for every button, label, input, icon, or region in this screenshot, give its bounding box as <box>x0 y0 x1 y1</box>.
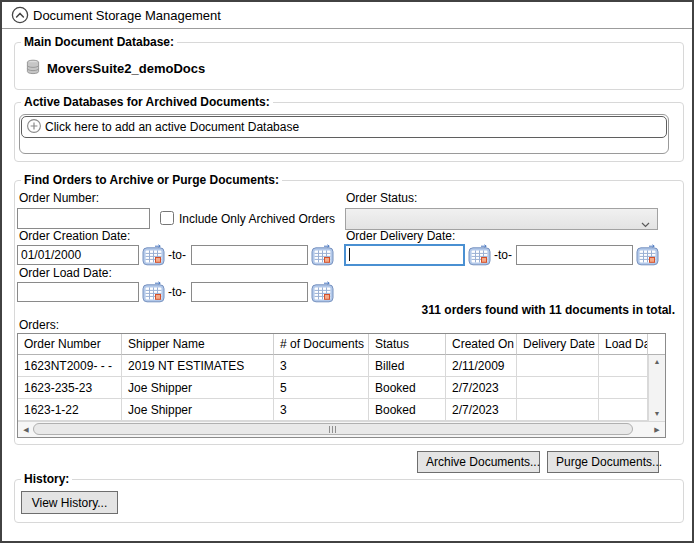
horizontal-scrollbar[interactable]: ◀ ▶ <box>18 421 665 437</box>
delivery-date-to-input[interactable] <box>516 245 633 265</box>
delivery-from-calendar-button[interactable] <box>468 244 491 266</box>
purge-documents-button[interactable]: Purge Documents... <box>547 451 659 473</box>
results-summary: 311 orders found with 11 documents in to… <box>422 303 675 317</box>
cell-num-documents: 3 <box>274 355 369 377</box>
include-archived-checkbox[interactable] <box>160 211 174 225</box>
cell-num-documents: 3 <box>274 399 369 421</box>
cell-load-date <box>599 355 648 377</box>
scroll-up-icon[interactable]: ▲ <box>649 355 665 369</box>
cell-shipper-name: Joe Shipper <box>122 399 274 421</box>
main-database-group-label: Main Document Database: <box>21 35 177 49</box>
main-database-row: MoversSuite2_demoDocs <box>25 59 205 78</box>
column-header-order-number[interactable]: Order Number <box>18 334 122 355</box>
cell-num-documents: 5 <box>274 377 369 399</box>
calendar-icon <box>142 254 165 269</box>
vertical-scrollbar[interactable]: ▲ ▼ <box>648 355 665 421</box>
calendar-icon <box>636 254 659 269</box>
load-date-label: Order Load Date: <box>19 266 112 280</box>
history-group: History: View History... <box>14 479 684 523</box>
view-history-button[interactable]: View History... <box>21 491 118 514</box>
delivery-to-calendar-button[interactable] <box>636 244 659 266</box>
cell-status: Booked <box>369 399 446 421</box>
table-row[interactable]: 1623NT2009- - - 2019 NT ESTIMATES 3 Bill… <box>18 355 665 377</box>
creation-date-to-input[interactable] <box>191 245 308 265</box>
cell-order-number: 1623-235-23 <box>18 377 122 399</box>
order-number-input[interactable] <box>17 208 150 229</box>
table-row[interactable]: 1623-235-23 Joe Shipper 5 Booked 2/7/202… <box>18 377 665 399</box>
order-status-dropdown[interactable] <box>345 208 658 230</box>
header-divider <box>2 28 692 29</box>
main-database-name: MoversSuite2_demoDocs <box>47 61 205 76</box>
active-databases-list: Click here to add an active Document Dat… <box>19 114 669 154</box>
to-separator: -to- <box>168 285 186 299</box>
cell-delivery-date <box>517 355 599 377</box>
cell-order-number: 1623-1-22 <box>18 399 122 421</box>
load-to-calendar-button[interactable] <box>311 281 334 303</box>
cell-delivery-date <box>517 399 599 421</box>
load-date-to-input[interactable] <box>191 282 308 302</box>
to-separator: -to- <box>494 248 512 262</box>
cell-created-on: 2/7/2023 <box>446 377 517 399</box>
column-header-delivery-date[interactable]: Delivery Date <box>517 334 599 355</box>
cell-load-date <box>599 377 648 399</box>
scroll-down-icon[interactable]: ▼ <box>649 407 665 421</box>
cell-status: Booked <box>369 377 446 399</box>
panel-title: Document Storage Management <box>33 8 221 23</box>
cell-created-on: 2/7/2023 <box>446 399 517 421</box>
table-header-corner <box>648 334 665 355</box>
creation-date-from-input[interactable] <box>17 245 139 265</box>
horizontal-scrollbar-thumb[interactable] <box>33 423 633 435</box>
include-archived-label[interactable]: Include Only Archived Orders <box>179 212 335 226</box>
text-caret <box>349 248 350 261</box>
archive-documents-button[interactable]: Archive Documents... <box>417 451 540 473</box>
column-header-num-documents[interactable]: # of Documents <box>274 334 369 355</box>
find-orders-group: Find Orders to Archive or Purge Document… <box>14 180 684 445</box>
main-database-group: Main Document Database: MoversSuite2_dem… <box>14 42 684 90</box>
cell-delivery-date <box>517 377 599 399</box>
column-header-status[interactable]: Status <box>369 334 446 355</box>
column-header-shipper-name[interactable]: Shipper Name <box>122 334 274 355</box>
column-header-load-date[interactable]: Load Date <box>599 334 648 355</box>
scroll-left-icon[interactable]: ◀ <box>19 423 33 436</box>
orders-label: Orders: <box>19 318 59 332</box>
delivery-date-from-input[interactable] <box>344 244 465 266</box>
cell-shipper-name: 2019 NT ESTIMATES <box>122 355 274 377</box>
calendar-icon <box>311 291 334 306</box>
scroll-right-icon[interactable]: ▶ <box>650 423 664 436</box>
calendar-icon <box>142 291 165 306</box>
cell-order-number: 1623NT2009- - - <box>18 355 122 377</box>
document-storage-management-panel: Document Storage Management Main Documen… <box>0 0 694 543</box>
active-databases-group: Active Databases for Archived Documents:… <box>14 102 684 162</box>
order-status-label: Order Status: <box>346 191 417 205</box>
creation-from-calendar-button[interactable] <box>142 244 165 266</box>
database-icon <box>25 59 41 78</box>
add-plus-icon <box>26 118 42 137</box>
chevron-down-icon <box>641 217 650 231</box>
to-separator: -to- <box>168 248 186 262</box>
cell-status: Billed <box>369 355 446 377</box>
calendar-icon <box>311 254 334 269</box>
history-group-label: History: <box>21 472 72 486</box>
add-database-label: Click here to add an active Document Dat… <box>45 120 299 134</box>
scrollbar-grip-icon <box>329 426 337 433</box>
creation-to-calendar-button[interactable] <box>311 244 334 266</box>
cell-shipper-name: Joe Shipper <box>122 377 274 399</box>
order-number-label: Order Number: <box>19 191 99 205</box>
cell-created-on: 2/11/2009 <box>446 355 517 377</box>
table-row[interactable]: 1623-1-22 Joe Shipper 3 Booked 2/7/2023 <box>18 399 665 421</box>
chevron-up-circle-icon <box>11 12 29 27</box>
load-from-calendar-button[interactable] <box>142 281 165 303</box>
collapse-button[interactable] <box>11 6 29 24</box>
active-databases-group-label: Active Databases for Archived Documents: <box>21 95 273 109</box>
load-date-from-input[interactable] <box>17 282 139 302</box>
calendar-icon <box>468 254 491 269</box>
orders-table: Order Number Shipper Name # of Documents… <box>17 333 666 438</box>
cell-load-date <box>599 399 648 421</box>
column-header-created-on[interactable]: Created On <box>446 334 517 355</box>
orders-table-header: Order Number Shipper Name # of Documents… <box>18 334 665 355</box>
find-orders-group-label: Find Orders to Archive or Purge Document… <box>21 173 282 187</box>
delivery-date-label: Order Delivery Date: <box>346 229 455 243</box>
creation-date-label: Order Creation Date: <box>19 229 130 243</box>
add-database-button[interactable]: Click here to add an active Document Dat… <box>21 116 667 138</box>
